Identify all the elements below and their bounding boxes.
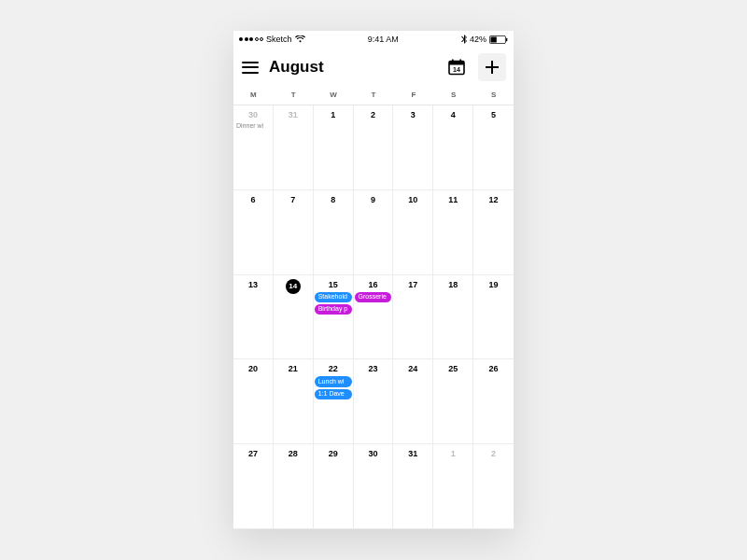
calendar-cell[interactable]: 9 <box>354 190 394 275</box>
calendar-grid: 30Dinner wi31123456789101112131415Stakeh… <box>233 105 514 529</box>
calendar-cell[interactable]: 25 <box>433 359 473 444</box>
daynum: 10 <box>394 192 431 206</box>
daynum: 18 <box>434 277 472 291</box>
calendar-cell[interactable]: 2 <box>354 105 394 190</box>
daynum: 31 <box>394 446 431 460</box>
daynum: 5 <box>474 107 513 121</box>
calendar-cell[interactable]: 30 <box>354 444 394 529</box>
event-pill[interactable]: Dinner wi <box>234 122 272 130</box>
weekday-label: M <box>233 91 274 99</box>
weekday-row: M T W T F S S <box>233 87 514 105</box>
calendar-cell[interactable]: 6 <box>233 190 274 275</box>
calendar-cell[interactable]: 21 <box>274 359 314 444</box>
svg-rect-2 <box>506 37 507 41</box>
calendar-cell[interactable]: 17 <box>393 275 433 360</box>
daynum: 9 <box>355 192 392 206</box>
weekday-label: T <box>274 91 314 99</box>
calendar-cell[interactable]: 22Lunch wi1:1 Dave <box>314 359 354 444</box>
weekday-label: T <box>354 91 394 99</box>
daynum: 1 <box>315 107 352 121</box>
calendar-cell[interactable]: 1 <box>433 444 473 529</box>
daynum: 15 <box>315 277 352 291</box>
calendar-cell[interactable]: 11 <box>433 190 473 275</box>
calendar-cell[interactable]: 14 <box>274 275 314 360</box>
calendar-cell[interactable]: 20 <box>233 359 274 444</box>
calendar-cell[interactable]: 28 <box>274 444 314 529</box>
calendar-cell[interactable]: 1 <box>314 105 354 190</box>
month-title: August <box>269 58 435 77</box>
status-time: 9:41 AM <box>368 35 399 44</box>
daynum: 2 <box>355 107 392 121</box>
calendar-cell[interactable]: 31 <box>393 444 433 529</box>
calendar-cell[interactable]: 18 <box>433 275 473 360</box>
events-container: StakeholdBirthday p <box>315 292 352 315</box>
calendar-cell[interactable]: 19 <box>473 275 514 360</box>
menu-icon[interactable] <box>241 58 260 77</box>
signal-dots-icon <box>239 37 263 41</box>
calendar-cell[interactable]: 29 <box>314 444 354 529</box>
daynum: 25 <box>434 361 472 375</box>
calendar-cell[interactable]: 27 <box>233 444 274 529</box>
event-pill[interactable]: Lunch wi <box>315 376 352 386</box>
daynum: 27 <box>234 446 272 460</box>
calendar-cell[interactable]: 3 <box>393 105 433 190</box>
daynum: 20 <box>234 361 272 375</box>
daynum: 19 <box>474 277 513 291</box>
events-container: Lunch wi1:1 Dave <box>315 376 352 399</box>
calendar-cell[interactable]: 7 <box>274 190 314 275</box>
daynum: 17 <box>394 277 431 291</box>
svg-rect-4 <box>449 62 464 65</box>
daynum: 28 <box>275 446 312 460</box>
weekday-label: S <box>473 91 514 99</box>
daynum: 3 <box>394 107 431 121</box>
calendar-cell[interactable]: 8 <box>314 190 354 275</box>
svg-rect-5 <box>452 60 454 63</box>
daynum: 12 <box>474 192 513 206</box>
weekday-label: S <box>433 91 473 99</box>
today-date-label: 14 <box>453 66 460 73</box>
event-pill[interactable]: 1:1 Dave <box>315 389 352 399</box>
battery-pct: 42% <box>470 35 486 44</box>
status-right: 42% <box>461 35 508 44</box>
wifi-icon <box>295 35 305 43</box>
daynum: 7 <box>275 192 312 206</box>
events-container: Dinner wi <box>234 122 272 130</box>
calendar-cell[interactable]: 23 <box>354 359 394 444</box>
weekday-label: F <box>393 91 433 99</box>
daynum: 16 <box>355 277 392 291</box>
calendar-cell[interactable]: 12 <box>473 190 514 275</box>
calendar-cell[interactable]: 5 <box>473 105 514 190</box>
daynum-today: 14 <box>286 279 301 294</box>
event-pill[interactable]: Grosserie <box>355 292 392 302</box>
daynum: 23 <box>355 361 392 375</box>
event-pill[interactable]: Birthday p <box>315 304 352 315</box>
add-button[interactable] <box>478 53 506 81</box>
calendar-cell[interactable]: 24 <box>393 359 433 444</box>
daynum: 24 <box>394 361 431 375</box>
calendar-cell[interactable]: 13 <box>233 275 274 360</box>
daynum: 6 <box>234 192 272 206</box>
calendar-cell[interactable]: 15StakeholdBirthday p <box>314 275 354 360</box>
phone-frame: Sketch 9:41 AM 42% August <box>233 31 514 529</box>
calendar-cell[interactable]: 31 <box>274 105 314 190</box>
daynum: 31 <box>275 107 312 121</box>
daynum: 26 <box>474 361 513 375</box>
today-button[interactable]: 14 <box>444 55 469 79</box>
calendar-cell[interactable]: 4 <box>433 105 473 190</box>
bluetooth-icon <box>461 35 467 44</box>
daynum: 11 <box>434 192 472 206</box>
daynum: 2 <box>474 446 513 460</box>
calendar-cell[interactable]: 16Grosserie <box>354 275 394 360</box>
calendar-cell[interactable]: 2 <box>473 444 514 529</box>
app-header: August 14 <box>233 48 514 87</box>
calendar-cell[interactable]: 30Dinner wi <box>233 105 274 190</box>
calendar-cell[interactable]: 10 <box>393 190 433 275</box>
svg-rect-1 <box>491 36 497 42</box>
daynum: 1 <box>434 446 472 460</box>
daynum: 21 <box>275 361 312 375</box>
daynum: 4 <box>434 107 472 121</box>
calendar-cell[interactable]: 26 <box>473 359 514 444</box>
event-pill[interactable]: Stakehold <box>315 292 352 302</box>
daynum: 13 <box>234 277 272 291</box>
plus-icon <box>484 59 500 76</box>
